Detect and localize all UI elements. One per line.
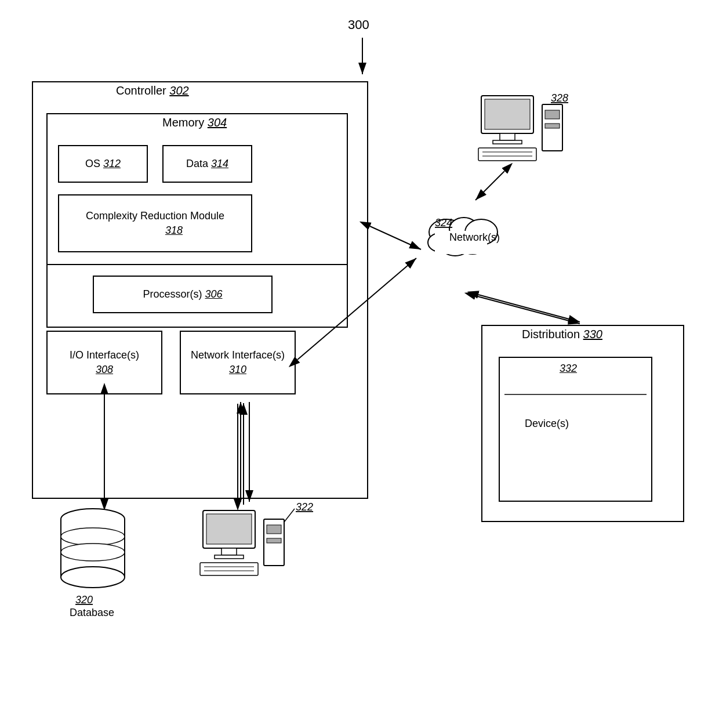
distribution-label: Distribution 330 [522, 328, 602, 341]
svg-point-46 [61, 528, 125, 545]
diagram-container: 300 Controller 302 Memory 304 OS 312 Dat… [0, 0, 719, 728]
svg-rect-25 [542, 104, 562, 151]
svg-text:322: 322 [296, 501, 313, 513]
svg-text:Network(s): Network(s) [449, 231, 500, 243]
client-computer [200, 510, 284, 575]
svg-rect-37 [267, 525, 281, 534]
memory-divider [48, 264, 347, 265]
complexity-reduction-box: Complexity Reduction Module 318 [58, 194, 252, 252]
svg-rect-27 [545, 124, 560, 128]
fig-number-value: 300 [348, 17, 369, 32]
svg-point-41 [61, 509, 125, 530]
inner-332-box [499, 357, 652, 502]
controller-label: Controller 302 [116, 84, 189, 97]
svg-text:328: 328 [551, 92, 568, 104]
label-332: 332 [560, 363, 577, 375]
svg-rect-19 [485, 99, 530, 129]
devices-label: Device(s) [525, 418, 569, 430]
svg-rect-31 [221, 548, 237, 555]
svg-point-14 [428, 233, 451, 252]
svg-point-47 [61, 544, 125, 561]
remote-computer [478, 96, 562, 161]
svg-text:324: 324 [435, 217, 452, 229]
os-box: OS 312 [58, 145, 148, 183]
svg-line-7 [475, 171, 504, 200]
svg-line-54 [478, 295, 580, 322]
svg-line-3 [370, 226, 421, 249]
svg-rect-20 [500, 133, 515, 140]
svg-rect-36 [264, 519, 284, 566]
data-box: Data 314 [162, 145, 252, 183]
svg-text:320: 320 [75, 594, 93, 606]
svg-rect-30 [206, 514, 252, 544]
network-cloud [428, 218, 498, 256]
svg-rect-33 [200, 563, 258, 575]
processor-box: Processor(s) 306 [93, 276, 273, 313]
svg-point-10 [449, 218, 478, 241]
svg-rect-29 [203, 510, 255, 548]
svg-line-40 [284, 509, 295, 522]
memory-label: Memory 304 [162, 116, 227, 129]
figure-number: 300 [348, 17, 369, 32]
svg-point-13 [441, 235, 470, 256]
network-interface-box: Network Interface(s) 310 [180, 331, 296, 394]
svg-rect-18 [481, 96, 533, 133]
svg-rect-21 [493, 140, 522, 144]
svg-point-45 [61, 567, 125, 588]
svg-point-11 [465, 219, 498, 245]
io-interface-box: I/O Interface(s) 308 [46, 331, 162, 394]
svg-rect-32 [215, 555, 244, 559]
database [61, 509, 125, 588]
svg-rect-22 [478, 148, 536, 161]
svg-line-8 [475, 296, 580, 324]
svg-rect-15 [435, 231, 487, 254]
svg-point-9 [429, 219, 464, 245]
svg-rect-42 [61, 519, 125, 577]
svg-rect-38 [267, 538, 281, 543]
svg-point-12 [460, 233, 485, 254]
svg-rect-26 [545, 110, 560, 119]
svg-text:Database: Database [70, 607, 114, 618]
